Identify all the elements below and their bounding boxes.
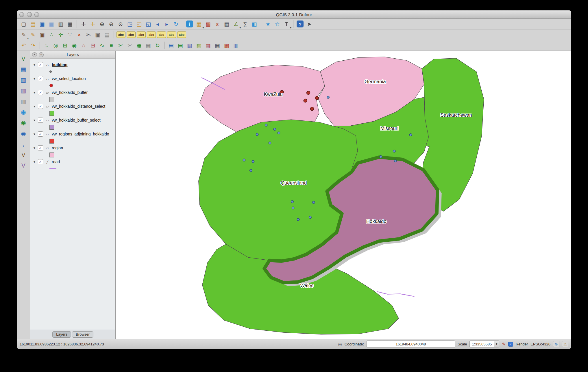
layer-visibility-checkbox[interactable]: ✓ [38, 159, 43, 164]
deselect-features-icon[interactable]: ▧ [204, 20, 212, 28]
building-point-feature[interactable] [273, 128, 276, 130]
current-edits-icon[interactable]: ✎▾ [19, 30, 28, 39]
road-feature[interactable] [377, 292, 414, 297]
help-contents-icon[interactable]: ? [297, 21, 304, 27]
tab-browser[interactable]: Browser [72, 331, 93, 338]
save-layer-edits-icon[interactable]: ▣ [38, 30, 47, 39]
add-feature-icon[interactable]: ∴ [47, 30, 56, 39]
synchronize-offline-edits-icon[interactable]: ▤ [176, 41, 185, 50]
pin-unpin-labels-icon[interactable]: abc [137, 31, 146, 38]
log-messages-icon[interactable]: ⚠ [562, 341, 568, 347]
map-tips-icon[interactable]: ◧ [250, 20, 259, 28]
building-point-feature[interactable] [394, 160, 396, 162]
add-ring-icon[interactable]: ◎ [51, 41, 60, 50]
delete-ring-icon[interactable]: ◌ [79, 41, 88, 50]
expand-collapse-icon[interactable]: ▼ [33, 119, 36, 122]
select-by-location-icon[interactable]: ▨ [195, 41, 203, 50]
zoom-next-icon[interactable]: ▸ [162, 20, 171, 28]
select-by-expression-icon[interactable]: ε [213, 20, 222, 28]
new-print-composer-icon[interactable]: ▥ [56, 20, 65, 28]
save-project-icon[interactable]: ▣ [38, 20, 47, 28]
tab-layers[interactable]: Layers [52, 331, 71, 338]
layer-visibility-checkbox[interactable]: ✓ [38, 90, 43, 95]
building-point-feature[interactable] [291, 200, 293, 203]
building-point-feature[interactable] [243, 159, 245, 161]
split-parts-icon[interactable]: ✂ [125, 41, 134, 50]
open-attribute-table-icon[interactable]: ▦ [222, 20, 231, 28]
layer-item-vw_hokkaido_buffer[interactable]: ▼✓▱vw_hokkaido_buffer [30, 89, 115, 96]
building-point-feature[interactable] [409, 134, 412, 136]
layer-item-vw_regions_adjoining_hokkaido[interactable]: ▼✓▱vw_regions_adjoining_hokkaido [30, 130, 115, 138]
crs-icon[interactable]: ⊕ [553, 341, 559, 347]
layer-visibility-checkbox[interactable]: ✓ [38, 62, 43, 67]
add-vector-layer-icon[interactable]: V [19, 54, 28, 63]
fill-ring-icon[interactable]: ◉ [70, 41, 79, 50]
rotate-label-icon[interactable]: abc [167, 31, 176, 38]
add-wfs-layer-icon[interactable]: ◉ [19, 129, 28, 138]
add-raster-layer-icon[interactable]: ▦ [19, 65, 28, 74]
show-bookmarks-icon[interactable]: ☆ [273, 20, 282, 28]
node-tool-icon[interactable]: ∵ [66, 30, 74, 39]
render-checkbox[interactable]: ✓ [508, 342, 513, 347]
offset-curve-icon[interactable]: ≡ [107, 41, 116, 50]
measure-icon[interactable]: ∠▾ [232, 20, 240, 28]
selected-point-feature[interactable] [304, 99, 307, 102]
delete-selected-icon[interactable]: × [75, 30, 84, 39]
building-point-feature[interactable] [292, 207, 294, 209]
building-point-feature[interactable] [252, 160, 254, 163]
paste-features-icon[interactable]: ▤ [103, 30, 111, 39]
new-bookmark-icon[interactable]: ★ [264, 20, 272, 28]
open-project-icon[interactable]: ▤ [29, 20, 37, 28]
building-point-feature[interactable] [309, 216, 311, 218]
text-annotation-icon[interactable]: T▾ [282, 20, 291, 28]
building-point-feature[interactable] [297, 218, 299, 221]
whats-this-icon[interactable]: ➤ [305, 20, 314, 28]
selected-point-feature[interactable] [315, 96, 319, 100]
heatmap-icon[interactable]: ▨ [222, 41, 231, 50]
zoom-out-icon[interactable]: ⊖ [107, 20, 116, 28]
map-canvas[interactable]: KwaZuluGermaniaSaskatchewanMissouriQueen… [116, 51, 571, 339]
expand-collapse-icon[interactable]: ▼ [33, 105, 36, 108]
building-point-feature[interactable] [278, 132, 280, 134]
chevron-down-icon[interactable]: ▼ [494, 341, 499, 347]
layer-item-region[interactable]: ▼✓▱region [30, 144, 115, 152]
move-label-icon[interactable]: abc [157, 31, 166, 38]
add-part-icon[interactable]: ⊞ [61, 41, 69, 50]
expand-collapse-icon[interactable]: ▼ [33, 133, 36, 136]
building-point-feature[interactable] [256, 133, 258, 135]
building-point-feature[interactable] [380, 156, 382, 158]
identify-features-icon[interactable]: i [186, 21, 193, 27]
layer-item-vw_hokkaido_buffer_select[interactable]: ▼✓▱vw_hokkaido_buffer_select [30, 116, 115, 124]
map-svg[interactable]: KwaZuluGermaniaSaskatchewanMissouriQueen… [116, 51, 571, 339]
copy-features-icon[interactable]: ▣ [93, 30, 102, 39]
building-point-feature[interactable] [327, 96, 329, 98]
add-delimited-text-layer-icon[interactable]: , [19, 140, 28, 148]
add-wcs-layer-icon[interactable]: ◉ [19, 118, 28, 127]
change-label-icon[interactable]: abc [177, 31, 186, 38]
labeling-icon[interactable]: abc [117, 31, 125, 38]
zoom-last-icon[interactable]: ◂ [153, 20, 162, 28]
layer-visibility-checkbox[interactable]: ✓ [38, 104, 43, 109]
new-shapefile-layer-icon[interactable]: V [19, 150, 28, 159]
topology-checker-icon[interactable]: ▩ [204, 41, 212, 50]
layer-visibility-checkbox[interactable]: ✓ [38, 76, 43, 81]
zoom-in-icon[interactable]: ⊕ [98, 20, 106, 28]
expand-collapse-icon[interactable]: ▼ [33, 146, 36, 150]
merge-features-icon[interactable]: ▦ [135, 41, 143, 50]
select-features-icon[interactable]: ▦▾ [195, 20, 203, 28]
refresh-map-icon[interactable]: ↻ [172, 20, 180, 28]
zoom-native-icon[interactable]: ⊙ [116, 20, 125, 28]
spatial-query-icon[interactable]: ▧ [185, 41, 194, 50]
highlight-pinned-labels-icon[interactable]: abc [147, 31, 156, 38]
zoom-to-layer-icon[interactable]: ◱ [144, 20, 153, 28]
raster-calculator-icon[interactable]: ▦ [213, 41, 222, 50]
layer-item-vw_hokkaido_distance_select[interactable]: ▼✓▱vw_hokkaido_distance_select [30, 103, 115, 110]
selected-point-feature[interactable] [307, 91, 310, 94]
building-point-feature[interactable] [269, 142, 271, 144]
layer-visibility-checkbox[interactable]: ✓ [38, 118, 43, 123]
building-point-feature[interactable] [313, 201, 315, 204]
add-postgis-layer-icon[interactable]: ▥ [19, 76, 28, 84]
move-feature-icon[interactable]: ✛ [56, 30, 65, 39]
zoom-to-selection-icon[interactable]: ◰ [135, 20, 143, 28]
simplify-feature-icon[interactable]: ≈ [42, 41, 51, 50]
